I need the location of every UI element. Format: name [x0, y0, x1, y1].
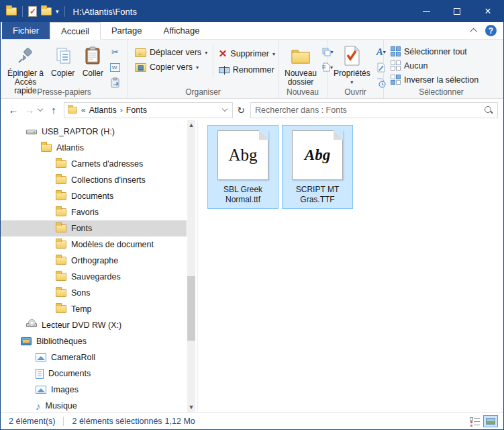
copy-button[interactable]: Copier	[48, 42, 78, 80]
sidebar-item-musique[interactable]: ♪Musique	[1, 398, 187, 412]
tab-affichage[interactable]: Affichage	[152, 22, 210, 39]
sidebar-item-fonts[interactable]: Fonts	[1, 220, 187, 236]
pictures-library-icon	[36, 386, 46, 394]
copy-to-button[interactable]: ▤ Copier vers ▾	[135, 62, 207, 72]
sidebar-item-label: Favoris	[71, 208, 99, 217]
new-folder-qat-icon[interactable]	[41, 7, 52, 15]
sidebar-item-label: USB_RAPTOR (H:)	[42, 127, 115, 136]
up-button[interactable]: ↑	[46, 104, 61, 116]
cut-icon[interactable]: ✂	[107, 45, 122, 58]
maximize-icon	[454, 8, 460, 15]
sidebar-item-collections[interactable]: Collections d'inserts	[1, 172, 187, 188]
folder-icon	[56, 257, 66, 265]
tab-fichier[interactable]: Fichier	[2, 22, 50, 39]
sidebar-item-label: Atlantis	[56, 143, 84, 153]
close-button[interactable]: ×	[472, 1, 503, 22]
properties-button[interactable]: Propriétés ▾	[330, 42, 374, 89]
forward-button[interactable]: →	[22, 104, 37, 116]
scrollbar-thumb[interactable]	[187, 276, 195, 341]
sidebar-item-images[interactable]: Images	[1, 382, 187, 398]
help-icon[interactable]: ?	[485, 25, 497, 36]
select-buttons: Sélectionner tout Aucun Inverser la séle…	[391, 42, 478, 85]
folder-icon	[56, 273, 66, 281]
refresh-button[interactable]: ↻	[233, 102, 249, 118]
recent-locations-icon[interactable]	[38, 106, 43, 112]
group-new: Nouveau dossier ▾ ▾ Nouveau	[279, 40, 327, 98]
quick-access-toolbar: ▾	[1, 6, 66, 17]
search-icon[interactable]	[484, 105, 493, 115]
sidebar-item-sons[interactable]: Sons	[1, 285, 187, 301]
sidebar-item-label: Orthographe	[71, 256, 118, 265]
back-button[interactable]: ←	[6, 104, 21, 116]
breadcrumb-atlantis[interactable]: Atlantis	[89, 105, 117, 115]
documents-library-icon	[36, 369, 44, 379]
minimize-button[interactable]	[411, 1, 442, 22]
folder-icon	[41, 144, 52, 152]
rename-icon	[219, 67, 230, 73]
breadcrumb-collapsed[interactable]: «	[81, 105, 86, 115]
sidebar-item-modeles[interactable]: Modèles de document	[1, 236, 187, 253]
sidebar-item-label: Modèles de document	[71, 240, 154, 249]
sidebar-item-usb-raptor[interactable]: USB_RAPTOR (H:)	[1, 124, 187, 140]
thumbnails-view-icon[interactable]	[483, 415, 498, 427]
move-to-button[interactable]: ← Déplacer vers ▾	[135, 48, 207, 57]
rename-button[interactable]: Renommer	[219, 65, 275, 75]
qat-customize-icon[interactable]: ▾	[56, 9, 59, 15]
sidebar-item-documents[interactable]: Documents	[1, 188, 187, 204]
invert-selection-button[interactable]: Inverser la sélection	[391, 75, 478, 85]
selection-size: 1,12 Mo	[165, 417, 195, 426]
open-icon: A	[376, 46, 383, 58]
properties-dropdown-icon: ▾	[350, 78, 353, 87]
sidebar-item-documents-lib[interactable]: Documents	[1, 366, 187, 382]
tab-partage[interactable]: Partage	[101, 22, 153, 39]
maximize-button[interactable]	[442, 1, 472, 22]
copy-path-icon[interactable]: W.	[107, 60, 122, 74]
libraries-icon	[21, 337, 32, 345]
file-script-mt[interactable]: Abg SCRIPT MT Gras.TTF	[282, 125, 353, 209]
font-preview-glyph: Abg	[305, 146, 330, 164]
sidebar-item-bibliotheques[interactable]: Bibliothèques	[1, 333, 187, 349]
delete-button[interactable]: ✕ Supprimer ▾	[219, 48, 275, 60]
search-input[interactable]	[255, 105, 484, 115]
file-sbl-greek[interactable]: Abg SBL Greek Normal.ttf	[207, 125, 279, 209]
camera-roll-icon	[36, 353, 46, 361]
status-bar: 2 élément(s) 2 éléments sélectionnés 1,1…	[1, 412, 503, 429]
file-name-line1: SBL Greek	[223, 185, 262, 195]
sidebar-scrollbar[interactable]: ▲ ▼	[187, 120, 195, 412]
scroll-up-icon[interactable]: ▲	[187, 120, 195, 130]
sidebar-item-sauvegardes[interactable]: Sauvegardes	[1, 269, 187, 285]
address-dropdown-icon[interactable]	[222, 106, 228, 112]
select-none-button[interactable]: Aucun	[391, 60, 478, 71]
invert-selection-icon	[391, 75, 401, 85]
collapse-ribbon-icon[interactable]	[470, 28, 477, 35]
address-bar[interactable]: « Atlantis › Fonts	[64, 102, 233, 118]
sidebar-item-carnets[interactable]: Carnets d'adresses	[1, 156, 187, 172]
folder-icon	[56, 160, 66, 168]
select-all-button[interactable]: Sélectionner tout	[391, 46, 478, 56]
window-controls: ×	[411, 1, 503, 22]
sidebar-item-atlantis[interactable]: Atlantis	[1, 140, 187, 156]
properties-qat-icon[interactable]	[28, 6, 37, 17]
sidebar-item-favoris[interactable]: Favoris	[1, 204, 187, 220]
item-count: 2 élément(s)	[1, 417, 63, 426]
sidebar-item-label: Sons	[71, 288, 91, 298]
sidebar-item-dvd[interactable]: Lecteur DVD RW (X:)	[1, 317, 187, 333]
sidebar-item-temp[interactable]: Temp	[1, 301, 187, 317]
details-view-icon[interactable]	[470, 417, 481, 425]
sidebar-item-label: Collections d'inserts	[71, 175, 146, 185]
selection-count: 2 éléments sélectionnés	[64, 417, 164, 426]
new-folder-button[interactable]: Nouveau dossier	[281, 42, 320, 89]
breadcrumb-fonts[interactable]: Fonts	[126, 105, 147, 115]
search-box[interactable]	[250, 102, 498, 118]
sidebar-item-orthographe[interactable]: Orthographe	[1, 253, 187, 269]
folder-icon	[56, 192, 66, 200]
scroll-down-icon[interactable]: ▼	[187, 402, 195, 412]
sidebar-item-cameraroll[interactable]: CameraRoll	[1, 349, 187, 366]
paste-button[interactable]: Coller	[78, 42, 107, 80]
tab-accueil[interactable]: Accueil	[50, 22, 101, 40]
group-label-new: Nouveau	[279, 87, 327, 97]
nav-arrows: ← → ↑	[1, 104, 64, 116]
thumbnail-preview	[486, 418, 495, 425]
copy-label: Copier	[51, 69, 74, 78]
app-folder-icon	[6, 7, 17, 15]
